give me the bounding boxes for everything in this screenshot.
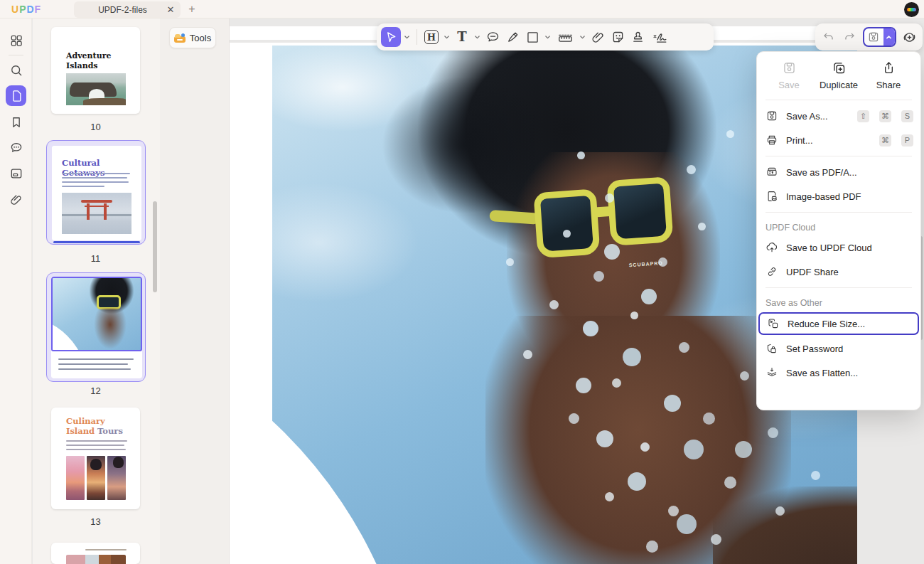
menu-item-save-as-flatten[interactable]: Save as Flatten...: [757, 361, 920, 385]
apps-grid-icon[interactable]: [6, 30, 26, 50]
page12-image: [51, 277, 142, 351]
page-curved-cutout: [272, 298, 419, 564]
comments-icon[interactable]: [6, 137, 26, 158]
menu-duplicate-action[interactable]: Duplicate: [817, 60, 861, 90]
menu-item-print[interactable]: Print... ⌘ P: [757, 128, 920, 152]
tab-close-icon[interactable]: ✕: [164, 4, 177, 16]
shortcut-key: P: [901, 134, 913, 147]
select-tool-button[interactable]: [381, 27, 401, 47]
app-header: UPDF UPDF-2-files ✕ +: [0, 0, 924, 18]
menu-section-save-as-other: Save as Other: [757, 292, 920, 311]
rail-divider: [9, 55, 23, 55]
heading-tool-button[interactable]: H: [422, 27, 441, 47]
updf-app-window: SCUBAPRO UPDF UPDF-2-files ✕ +: [0, 0, 924, 564]
page-thumbnails-icon[interactable]: [6, 85, 26, 106]
heading-tool-chevron[interactable]: [442, 27, 451, 47]
page11-title: Cultural Getaways: [62, 158, 141, 178]
slides-icon[interactable]: [6, 163, 26, 183]
file-actions-toolbar: [815, 23, 923, 50]
annotation-toolbar: H T: [377, 23, 714, 50]
menu-divider: [765, 287, 912, 288]
comment-tool-button[interactable]: [483, 27, 502, 47]
shortcut-key: ⌘: [879, 134, 891, 147]
page10-title-line2: Islands: [66, 61, 112, 71]
mask-lens-right: SCUBAPRO: [606, 176, 673, 246]
save-dropdown-menu: Save Duplicate Share Save As... ⇧ ⌘ S Pr…: [756, 51, 921, 410]
thumbnail-page-13[interactable]: Culinary Island Tours: [51, 408, 140, 509]
page11-preview: Cultural Getaways: [52, 146, 141, 240]
menu-item-set-password[interactable]: Set Password: [757, 336, 920, 361]
page-number-12: 12: [51, 385, 140, 396]
undo-button[interactable]: [821, 29, 836, 45]
thumbnail-page-14-partial[interactable]: [51, 543, 140, 564]
scuba-mask: SCUBAPRO: [533, 176, 690, 299]
thumbnail-scrollbar-thumb[interactable]: [153, 201, 157, 292]
shortcut-key: ⌘: [879, 110, 891, 122]
menu-item-image-based-pdf[interactable]: Image-based PDF: [757, 184, 920, 208]
left-icon-rail: [0, 18, 32, 564]
redo-button[interactable]: [842, 29, 856, 45]
shape-tool-button[interactable]: [523, 27, 542, 47]
mask-brand-text: SCUBAPRO: [629, 260, 663, 267]
measure-tool-chevron[interactable]: [578, 27, 587, 47]
shortcut-key: S: [901, 110, 913, 122]
attachment-icon[interactable]: [6, 189, 26, 210]
tab-title: UPDF-2-files: [74, 5, 164, 15]
page10-title-line1: Adventure: [66, 51, 112, 61]
attach-tool-button[interactable]: [589, 27, 607, 47]
menu-item-reduce-file-size[interactable]: Reduce File Size...: [758, 312, 919, 335]
menu-section-updf-cloud: UPDF Cloud: [757, 216, 920, 235]
thumbnail-panel: Adventure Islands 10 Cultural Getaways: [33, 18, 160, 564]
thumbnail-page-12-current[interactable]: [46, 272, 146, 382]
sticker-tool-button[interactable]: [608, 27, 627, 47]
menu-primary-actions: Save Duplicate Share: [757, 52, 920, 96]
measure-tool-button[interactable]: [554, 27, 576, 47]
menu-divider: [765, 100, 912, 100]
diver-shoulder: [713, 486, 857, 564]
menu-divider: [765, 212, 912, 213]
text-tool-button[interactable]: T: [453, 27, 471, 47]
tools-button[interactable]: Tools: [169, 27, 216, 48]
user-avatar[interactable]: [904, 2, 919, 17]
page13-photos: [66, 456, 126, 500]
search-icon[interactable]: [6, 60, 26, 80]
page12-preview: [51, 277, 142, 378]
menu-item-save-as[interactable]: Save As... ⇧ ⌘ S: [757, 104, 920, 128]
toolbox-icon: [174, 33, 186, 43]
menu-share-action[interactable]: Share: [866, 60, 910, 90]
signature-tool-button[interactable]: [648, 27, 671, 47]
shortcut-key: ⇧: [857, 110, 869, 122]
new-tab-button[interactable]: +: [185, 2, 199, 16]
stamp-tool-button[interactable]: [628, 27, 647, 47]
menu-item-updf-share[interactable]: UPDF Share: [757, 260, 920, 284]
page-number-10: 10: [51, 122, 140, 132]
page-number-11: 11: [51, 253, 140, 264]
tools-panel: Tools: [160, 18, 230, 564]
bookmark-icon[interactable]: [6, 112, 26, 132]
save-button[interactable]: [864, 28, 883, 46]
thumbnail-page-11-selected[interactable]: Cultural Getaways: [46, 140, 146, 245]
menu-item-save-as-pdfa[interactable]: Save as PDF/A...: [757, 160, 920, 184]
bubbles-small: [272, 46, 279, 52]
document-tab[interactable]: UPDF-2-files ✕: [74, 1, 181, 18]
page-number-13: 13: [51, 516, 140, 527]
page13-title-line1: Culinary: [66, 416, 123, 426]
shape-tool-chevron[interactable]: [543, 27, 552, 47]
menu-item-save-to-updf-cloud[interactable]: Save to UPDF Cloud: [757, 235, 920, 260]
save-menu-chevron[interactable]: [883, 28, 895, 46]
mask-lens-left: [533, 188, 600, 258]
pen-tool-button[interactable]: [503, 27, 522, 47]
tools-button-label: Tools: [190, 33, 211, 43]
updf-logo: UPDF: [11, 4, 41, 15]
page10-photo: [66, 73, 126, 105]
mask-bridge: [594, 206, 615, 218]
thumbnail-page-10[interactable]: Adventure Islands: [51, 27, 140, 114]
menu-divider: [765, 156, 912, 156]
ai-assistant-icon[interactable]: [902, 29, 917, 45]
page11-photo: [62, 193, 131, 234]
menu-save-action[interactable]: Save: [767, 60, 811, 90]
text-tool-chevron[interactable]: [473, 27, 482, 47]
page11-scroll-indicator: [53, 241, 140, 243]
select-tool-chevron[interactable]: [402, 27, 412, 47]
toolbar-divider: [417, 29, 417, 45]
